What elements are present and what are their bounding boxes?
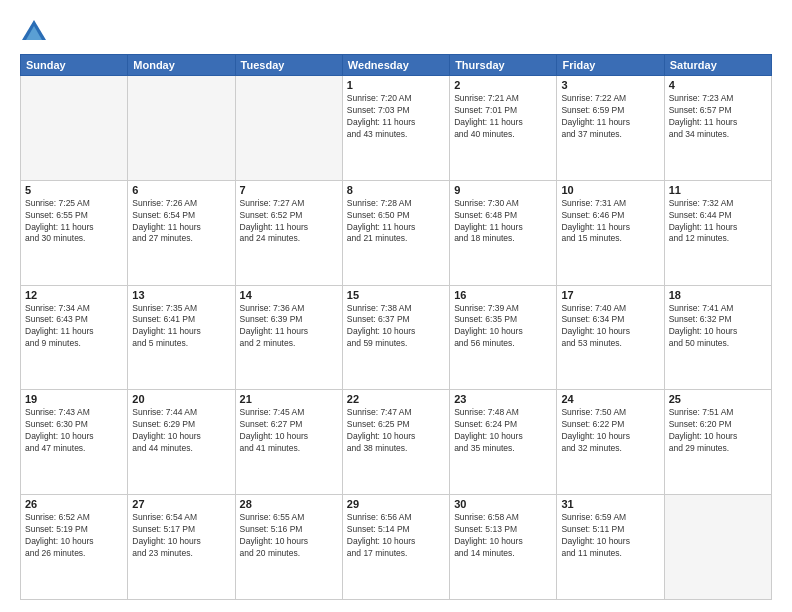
day-number: 21: [240, 393, 338, 405]
calendar-cell: 26Sunrise: 6:52 AM Sunset: 5:19 PM Dayli…: [21, 495, 128, 600]
day-number: 9: [454, 184, 552, 196]
day-info: Sunrise: 7:38 AM Sunset: 6:37 PM Dayligh…: [347, 303, 445, 351]
day-number: 26: [25, 498, 123, 510]
calendar-cell: 23Sunrise: 7:48 AM Sunset: 6:24 PM Dayli…: [450, 390, 557, 495]
calendar-cell: 28Sunrise: 6:55 AM Sunset: 5:16 PM Dayli…: [235, 495, 342, 600]
day-info: Sunrise: 6:59 AM Sunset: 5:11 PM Dayligh…: [561, 512, 659, 560]
header: [20, 18, 772, 46]
calendar-cell: 1Sunrise: 7:20 AM Sunset: 7:03 PM Daylig…: [342, 76, 449, 181]
calendar-week-2: 5Sunrise: 7:25 AM Sunset: 6:55 PM Daylig…: [21, 180, 772, 285]
day-info: Sunrise: 7:27 AM Sunset: 6:52 PM Dayligh…: [240, 198, 338, 246]
weekday-header-sunday: Sunday: [21, 55, 128, 76]
calendar-cell: 24Sunrise: 7:50 AM Sunset: 6:22 PM Dayli…: [557, 390, 664, 495]
calendar-cell: 8Sunrise: 7:28 AM Sunset: 6:50 PM Daylig…: [342, 180, 449, 285]
day-number: 31: [561, 498, 659, 510]
day-number: 1: [347, 79, 445, 91]
day-info: Sunrise: 7:39 AM Sunset: 6:35 PM Dayligh…: [454, 303, 552, 351]
day-info: Sunrise: 6:56 AM Sunset: 5:14 PM Dayligh…: [347, 512, 445, 560]
day-info: Sunrise: 7:41 AM Sunset: 6:32 PM Dayligh…: [669, 303, 767, 351]
day-number: 28: [240, 498, 338, 510]
calendar-cell: 10Sunrise: 7:31 AM Sunset: 6:46 PM Dayli…: [557, 180, 664, 285]
calendar-cell: 14Sunrise: 7:36 AM Sunset: 6:39 PM Dayli…: [235, 285, 342, 390]
day-info: Sunrise: 7:47 AM Sunset: 6:25 PM Dayligh…: [347, 407, 445, 455]
day-number: 12: [25, 289, 123, 301]
calendar-cell: 19Sunrise: 7:43 AM Sunset: 6:30 PM Dayli…: [21, 390, 128, 495]
calendar-week-5: 26Sunrise: 6:52 AM Sunset: 5:19 PM Dayli…: [21, 495, 772, 600]
day-number: 13: [132, 289, 230, 301]
calendar-cell: 2Sunrise: 7:21 AM Sunset: 7:01 PM Daylig…: [450, 76, 557, 181]
day-info: Sunrise: 7:48 AM Sunset: 6:24 PM Dayligh…: [454, 407, 552, 455]
logo-icon: [20, 18, 48, 46]
day-number: 10: [561, 184, 659, 196]
day-number: 8: [347, 184, 445, 196]
day-number: 20: [132, 393, 230, 405]
calendar-cell: 27Sunrise: 6:54 AM Sunset: 5:17 PM Dayli…: [128, 495, 235, 600]
calendar-cell: 31Sunrise: 6:59 AM Sunset: 5:11 PM Dayli…: [557, 495, 664, 600]
day-number: 25: [669, 393, 767, 405]
calendar-table: SundayMondayTuesdayWednesdayThursdayFrid…: [20, 54, 772, 600]
calendar-cell: 17Sunrise: 7:40 AM Sunset: 6:34 PM Dayli…: [557, 285, 664, 390]
calendar-cell: [235, 76, 342, 181]
calendar-cell: 30Sunrise: 6:58 AM Sunset: 5:13 PM Dayli…: [450, 495, 557, 600]
day-info: Sunrise: 7:36 AM Sunset: 6:39 PM Dayligh…: [240, 303, 338, 351]
day-info: Sunrise: 7:45 AM Sunset: 6:27 PM Dayligh…: [240, 407, 338, 455]
day-number: 11: [669, 184, 767, 196]
weekday-header-row: SundayMondayTuesdayWednesdayThursdayFrid…: [21, 55, 772, 76]
day-number: 16: [454, 289, 552, 301]
day-info: Sunrise: 7:25 AM Sunset: 6:55 PM Dayligh…: [25, 198, 123, 246]
calendar-cell: 21Sunrise: 7:45 AM Sunset: 6:27 PM Dayli…: [235, 390, 342, 495]
day-info: Sunrise: 7:22 AM Sunset: 6:59 PM Dayligh…: [561, 93, 659, 141]
calendar-cell: 3Sunrise: 7:22 AM Sunset: 6:59 PM Daylig…: [557, 76, 664, 181]
day-info: Sunrise: 7:51 AM Sunset: 6:20 PM Dayligh…: [669, 407, 767, 455]
calendar-cell: 9Sunrise: 7:30 AM Sunset: 6:48 PM Daylig…: [450, 180, 557, 285]
calendar-week-4: 19Sunrise: 7:43 AM Sunset: 6:30 PM Dayli…: [21, 390, 772, 495]
calendar-cell: 11Sunrise: 7:32 AM Sunset: 6:44 PM Dayli…: [664, 180, 771, 285]
calendar-cell: 5Sunrise: 7:25 AM Sunset: 6:55 PM Daylig…: [21, 180, 128, 285]
day-number: 17: [561, 289, 659, 301]
day-info: Sunrise: 7:44 AM Sunset: 6:29 PM Dayligh…: [132, 407, 230, 455]
calendar-cell: 18Sunrise: 7:41 AM Sunset: 6:32 PM Dayli…: [664, 285, 771, 390]
logo: [20, 18, 52, 46]
calendar-cell: [21, 76, 128, 181]
day-info: Sunrise: 7:28 AM Sunset: 6:50 PM Dayligh…: [347, 198, 445, 246]
calendar-cell: 20Sunrise: 7:44 AM Sunset: 6:29 PM Dayli…: [128, 390, 235, 495]
calendar-week-1: 1Sunrise: 7:20 AM Sunset: 7:03 PM Daylig…: [21, 76, 772, 181]
day-number: 2: [454, 79, 552, 91]
calendar-cell: 6Sunrise: 7:26 AM Sunset: 6:54 PM Daylig…: [128, 180, 235, 285]
weekday-header-tuesday: Tuesday: [235, 55, 342, 76]
calendar-cell: 13Sunrise: 7:35 AM Sunset: 6:41 PM Dayli…: [128, 285, 235, 390]
calendar-cell: [664, 495, 771, 600]
day-number: 22: [347, 393, 445, 405]
calendar-cell: 29Sunrise: 6:56 AM Sunset: 5:14 PM Dayli…: [342, 495, 449, 600]
day-number: 27: [132, 498, 230, 510]
calendar-cell: 22Sunrise: 7:47 AM Sunset: 6:25 PM Dayli…: [342, 390, 449, 495]
day-number: 4: [669, 79, 767, 91]
weekday-header-wednesday: Wednesday: [342, 55, 449, 76]
day-info: Sunrise: 7:31 AM Sunset: 6:46 PM Dayligh…: [561, 198, 659, 246]
day-info: Sunrise: 6:52 AM Sunset: 5:19 PM Dayligh…: [25, 512, 123, 560]
page: SundayMondayTuesdayWednesdayThursdayFrid…: [0, 0, 792, 612]
day-number: 18: [669, 289, 767, 301]
weekday-header-thursday: Thursday: [450, 55, 557, 76]
day-number: 19: [25, 393, 123, 405]
day-info: Sunrise: 7:43 AM Sunset: 6:30 PM Dayligh…: [25, 407, 123, 455]
weekday-header-saturday: Saturday: [664, 55, 771, 76]
calendar-cell: 7Sunrise: 7:27 AM Sunset: 6:52 PM Daylig…: [235, 180, 342, 285]
day-info: Sunrise: 7:34 AM Sunset: 6:43 PM Dayligh…: [25, 303, 123, 351]
calendar-cell: 25Sunrise: 7:51 AM Sunset: 6:20 PM Dayli…: [664, 390, 771, 495]
day-info: Sunrise: 7:30 AM Sunset: 6:48 PM Dayligh…: [454, 198, 552, 246]
day-number: 15: [347, 289, 445, 301]
day-number: 5: [25, 184, 123, 196]
calendar-cell: 15Sunrise: 7:38 AM Sunset: 6:37 PM Dayli…: [342, 285, 449, 390]
day-info: Sunrise: 7:35 AM Sunset: 6:41 PM Dayligh…: [132, 303, 230, 351]
calendar-week-3: 12Sunrise: 7:34 AM Sunset: 6:43 PM Dayli…: [21, 285, 772, 390]
calendar-cell: [128, 76, 235, 181]
day-info: Sunrise: 7:40 AM Sunset: 6:34 PM Dayligh…: [561, 303, 659, 351]
calendar-cell: 16Sunrise: 7:39 AM Sunset: 6:35 PM Dayli…: [450, 285, 557, 390]
day-info: Sunrise: 7:50 AM Sunset: 6:22 PM Dayligh…: [561, 407, 659, 455]
day-info: Sunrise: 6:55 AM Sunset: 5:16 PM Dayligh…: [240, 512, 338, 560]
day-number: 30: [454, 498, 552, 510]
day-number: 3: [561, 79, 659, 91]
calendar-cell: 12Sunrise: 7:34 AM Sunset: 6:43 PM Dayli…: [21, 285, 128, 390]
day-number: 29: [347, 498, 445, 510]
